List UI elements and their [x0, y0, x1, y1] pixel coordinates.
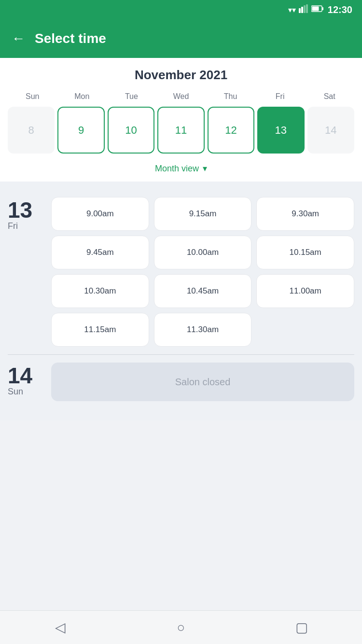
header-sat: Sat: [305, 90, 354, 103]
nav-home-icon: ○: [177, 620, 185, 635]
time-slot-1130[interactable]: 11.30am: [154, 313, 252, 347]
time-slot-1015[interactable]: 10.15am: [256, 236, 354, 269]
svg-rect-1: [301, 7, 303, 13]
day-headers: Sun Mon Tue Wed Thu Fri Sat: [8, 90, 354, 103]
cal-day-14[interactable]: 14: [307, 107, 354, 154]
month-view-toggle[interactable]: Month view ▾: [8, 155, 354, 182]
bottom-nav: ◁ ○ ▢: [0, 610, 362, 644]
month-view-label: Month view: [155, 164, 199, 174]
day-row-13: 13 Fri 9.00am 9.15am 9.30am 9.45am 10.00…: [8, 189, 354, 354]
wifi-icon: ▾▾: [288, 5, 296, 14]
salon-closed-box: Salon closed: [51, 363, 354, 401]
signal-icon: [299, 4, 308, 15]
nav-back-icon: ◁: [55, 619, 66, 635]
nav-back-button[interactable]: ◁: [48, 616, 72, 640]
cal-day-11[interactable]: 11: [157, 107, 204, 154]
time-slot-1045[interactable]: 10.45am: [154, 274, 252, 308]
calendar-section: November 2021 Sun Mon Tue Wed Thu Fri Sa…: [0, 58, 362, 182]
cal-day-12[interactable]: 12: [208, 107, 254, 154]
cal-day-10[interactable]: 10: [108, 107, 154, 154]
time-slot-1115[interactable]: 11.15am: [51, 313, 149, 347]
header-sun: Sun: [8, 90, 57, 103]
header-thu: Thu: [206, 90, 255, 103]
header: ← Select time: [0, 19, 362, 58]
svg-rect-6: [312, 7, 319, 11]
nav-home-button[interactable]: ○: [169, 616, 193, 640]
time-slot-915[interactable]: 9.15am: [154, 197, 252, 231]
time-slot-1030[interactable]: 10.30am: [51, 274, 149, 308]
month-year: November 2021: [8, 68, 354, 83]
day-block-14: 14 Sun Salon closed: [8, 355, 354, 409]
header-wed: Wed: [156, 90, 206, 103]
header-tue: Tue: [107, 90, 156, 103]
nav-recent-button[interactable]: ▢: [290, 616, 314, 640]
status-bar: ▾▾ 12:30: [0, 0, 362, 19]
status-icons: ▾▾: [288, 4, 324, 15]
back-button[interactable]: ←: [12, 31, 25, 46]
svg-rect-3: [306, 4, 308, 13]
day-label-13: 13 Fri: [8, 197, 51, 347]
time-slot-945[interactable]: 9.45am: [51, 236, 149, 269]
page-title: Select time: [35, 31, 106, 46]
header-fri: Fri: [255, 90, 305, 103]
svg-rect-5: [322, 7, 323, 10]
day-label-14: 14 Sun: [8, 363, 51, 401]
day-number-14: 14: [8, 364, 32, 387]
calendar-row: 8 9 10 11 12 13 14: [8, 107, 354, 154]
day-number-13: 13: [8, 199, 32, 221]
schedule-section: 13 Fri 9.00am 9.15am 9.30am 9.45am 10.00…: [0, 182, 362, 420]
cal-day-9[interactable]: 9: [57, 107, 104, 154]
cal-day-8[interactable]: 8: [8, 107, 55, 154]
day-name-13: Fri: [8, 221, 18, 231]
time-slot-900[interactable]: 9.00am: [51, 197, 149, 231]
svg-rect-2: [304, 5, 306, 13]
time-slot-1000[interactable]: 10.00am: [154, 236, 252, 269]
time-slot-1100[interactable]: 11.00am: [256, 274, 354, 308]
time-slot-930[interactable]: 9.30am: [256, 197, 354, 231]
header-mon: Mon: [57, 90, 107, 103]
battery-icon: [311, 5, 324, 14]
day-block-13: 13 Fri 9.00am 9.15am 9.30am 9.45am 10.00…: [8, 189, 354, 354]
time-display: 12:30: [328, 4, 352, 15]
closed-row-14: 14 Sun Salon closed: [8, 355, 354, 409]
day-name-14: Sun: [8, 387, 23, 397]
time-grid-13: 9.00am 9.15am 9.30am 9.45am 10.00am 10.1…: [51, 197, 354, 347]
cal-day-13[interactable]: 13: [257, 107, 304, 154]
svg-rect-0: [299, 8, 301, 13]
nav-recent-icon: ▢: [295, 619, 308, 635]
chevron-down-icon: ▾: [203, 163, 207, 174]
